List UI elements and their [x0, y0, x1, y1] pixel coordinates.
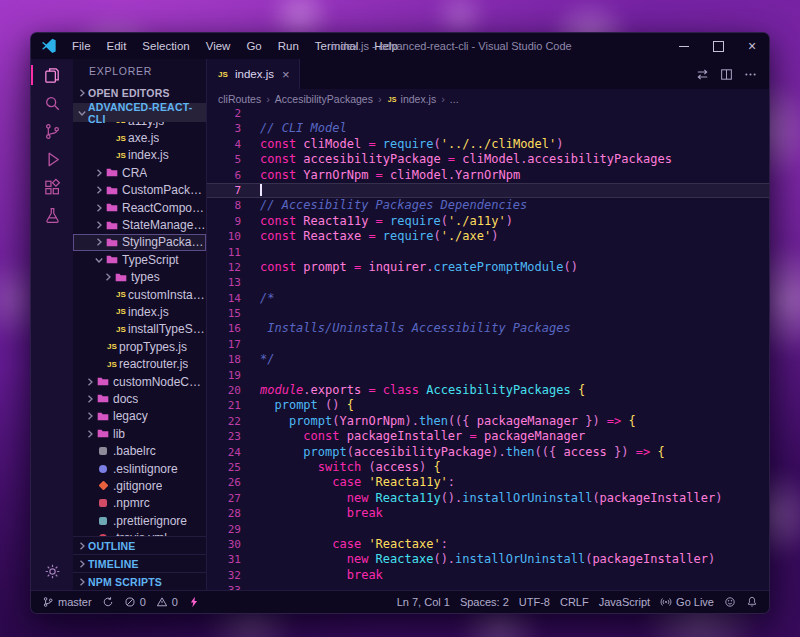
- code-line-14[interactable]: 14/*: [207, 291, 769, 306]
- code-line-20[interactable]: 20module.exports = class AccesibilityPac…: [207, 383, 769, 398]
- tree-file-reactrouter-js[interactable]: JSreactrouter.js: [73, 355, 206, 372]
- code-line-31[interactable]: 31 new Reactaxe().installOrUninstall(pac…: [207, 552, 769, 567]
- code-line-2[interactable]: 2: [207, 109, 769, 121]
- tree-file-custominstall-js[interactable]: JScustomInstall.js: [73, 286, 206, 303]
- activity-extensions[interactable]: [31, 173, 73, 201]
- activity-source-control[interactable]: [31, 117, 73, 145]
- tree-file-travis-yml[interactable]: .travis.yml: [73, 529, 206, 536]
- code-line-10[interactable]: 10const Reactaxe = require('./axe'): [207, 229, 769, 244]
- status-cursor-position[interactable]: Ln 7, Col 1: [392, 591, 455, 613]
- status-live-indicator[interactable]: [183, 591, 205, 613]
- code-line-19[interactable]: 19: [207, 368, 769, 383]
- editor-action-swap[interactable]: [691, 63, 713, 85]
- code-line-17[interactable]: 17: [207, 337, 769, 352]
- code-line-13[interactable]: 13: [207, 275, 769, 290]
- code-line-30[interactable]: 30 case 'Reactaxe':: [207, 537, 769, 552]
- tree-folder-custompackagei[interactable]: CustomPackageI...: [73, 182, 206, 199]
- tree-folder-reactcomponent[interactable]: ReactComponent: [73, 199, 206, 216]
- breadcrumb-cliroutes[interactable]: cliRoutes: [218, 93, 261, 105]
- code-line-24[interactable]: 24 prompt(accesibilityPackage).then(({ a…: [207, 445, 769, 460]
- status-encoding[interactable]: UTF-8: [514, 591, 555, 613]
- tree-file-index-js[interactable]: JSindex.js: [73, 303, 206, 320]
- tree-folder-customnodecmd[interactable]: customNodeCMD: [73, 373, 206, 390]
- status-feedback[interactable]: [719, 591, 741, 613]
- menu-run[interactable]: Run: [270, 33, 307, 59]
- status-errors[interactable]: 0: [119, 591, 151, 613]
- tree-folder-docs[interactable]: docs: [73, 390, 206, 407]
- activity-search[interactable]: [31, 89, 73, 117]
- tab-index-js[interactable]: JS index.js ×: [207, 59, 300, 89]
- tree-folder-cra[interactable]: CRA: [73, 164, 206, 181]
- editor-action-split[interactable]: [715, 63, 737, 85]
- tree-file-gitignore[interactable]: .gitignore: [73, 477, 206, 494]
- menu-file[interactable]: File: [64, 33, 99, 59]
- code-line-5[interactable]: 5const accesibilityPackage = cliModel.ac…: [207, 152, 769, 167]
- tree-folder-lib[interactable]: lib: [73, 425, 206, 442]
- code-line-9[interactable]: 9const Reacta11y = require('./a11y'): [207, 214, 769, 229]
- editor[interactable]: 23// CLI Model4const cliModel = require(…: [207, 109, 769, 590]
- close-button[interactable]: ×: [735, 33, 769, 59]
- activity-explorer[interactable]: [31, 61, 73, 89]
- activity-run-and-debug[interactable]: [31, 145, 73, 173]
- tree-file-prettierignore[interactable]: .prettierignore: [73, 512, 206, 529]
- status-sync[interactable]: [97, 591, 119, 613]
- menu-go[interactable]: Go: [238, 33, 269, 59]
- code-line-25[interactable]: 25 switch (access) {: [207, 460, 769, 475]
- menu-selection[interactable]: Selection: [134, 33, 197, 59]
- code-line-23[interactable]: 23 const packageInstaller = packageManag…: [207, 429, 769, 444]
- tree-folder-legacy[interactable]: legacy: [73, 408, 206, 425]
- tree-file-a11y-js[interactable]: JSa11y.js: [73, 122, 206, 129]
- code-line-3[interactable]: 3// CLI Model: [207, 121, 769, 136]
- maximize-button[interactable]: [701, 33, 735, 59]
- activity-settings[interactable]: [31, 557, 73, 585]
- status-go-live[interactable]: Go Live: [655, 591, 719, 613]
- tree-file-index-js[interactable]: JSindex.js: [73, 147, 206, 164]
- status-language-mode[interactable]: JavaScript: [594, 591, 655, 613]
- code-line-21[interactable]: 21 prompt () {: [207, 398, 769, 413]
- tree-file-proptypes-js[interactable]: JSpropTypes.js: [73, 338, 206, 355]
- code-line-18[interactable]: 18*/: [207, 352, 769, 367]
- code-line-29[interactable]: 29: [207, 522, 769, 537]
- status-eol[interactable]: CRLF: [555, 591, 594, 613]
- breadcrumb-item[interactable]: ...: [450, 93, 459, 105]
- section-timeline[interactable]: TIMELINE: [73, 554, 206, 572]
- tree-file-axe-js[interactable]: JSaxe.js: [73, 129, 206, 146]
- code-line-26[interactable]: 26 case 'Reacta11y':: [207, 475, 769, 490]
- code-line-8[interactable]: 8// Accesibility Packages Dependencies: [207, 198, 769, 213]
- menu-view[interactable]: View: [198, 33, 239, 59]
- code-line-28[interactable]: 28 break: [207, 506, 769, 521]
- code-line-11[interactable]: 11: [207, 245, 769, 260]
- code-line-6[interactable]: 6const YarnOrNpm = cliModel.YarnOrNpm: [207, 168, 769, 183]
- code-line-33[interactable]: 33: [207, 583, 769, 590]
- tree-folder-stylingpackages[interactable]: StylingPackages: [73, 234, 206, 251]
- editor-action-more[interactable]: [739, 63, 761, 85]
- project-root-header[interactable]: ADVANCED-REACT-CLI: [73, 103, 206, 122]
- code-line-15[interactable]: 15: [207, 306, 769, 321]
- section-outline[interactable]: OUTLINE: [73, 536, 206, 554]
- tree-folder-types[interactable]: types: [73, 269, 206, 286]
- code-line-16[interactable]: 16 Installs/Uninstalls Accessibility Pac…: [207, 321, 769, 336]
- breadcrumb-index-js[interactable]: JSindex.js: [387, 93, 437, 105]
- code-line-12[interactable]: 12const prompt = inquirer.createPromptMo…: [207, 260, 769, 275]
- breadcrumb-accesibilitypackages[interactable]: AccesibilityPackages: [275, 93, 373, 105]
- status-indentation[interactable]: Spaces: 2: [455, 591, 514, 613]
- activity-testing[interactable]: [31, 201, 73, 229]
- code-line-4[interactable]: 4const cliModel = require('../../cliMode…: [207, 137, 769, 152]
- status-git-branch[interactable]: master: [37, 591, 97, 613]
- status-warnings[interactable]: 0: [151, 591, 183, 613]
- section-npm-scripts[interactable]: NPM SCRIPTS: [73, 572, 206, 590]
- tree-folder-statemanagement[interactable]: StateManagement: [73, 216, 206, 233]
- menu-edit[interactable]: Edit: [99, 33, 135, 59]
- tree-file-npmrc[interactable]: .npmrc: [73, 495, 206, 512]
- tree-file-babelrc[interactable]: .babelrc: [73, 442, 206, 459]
- code-line-22[interactable]: 22 prompt(YarnOrNpm).then(({ packageMana…: [207, 414, 769, 429]
- tree-file-eslintignore[interactable]: .eslintignore: [73, 460, 206, 477]
- code-line-32[interactable]: 32 break: [207, 568, 769, 583]
- code-line-27[interactable]: 27 new Reacta11y().installOrUninstall(pa…: [207, 491, 769, 506]
- status-notifications[interactable]: [741, 591, 763, 613]
- close-tab-icon[interactable]: ×: [282, 67, 290, 82]
- tree-folder-typescript[interactable]: TypeScript: [73, 251, 206, 268]
- minimize-button[interactable]: [667, 33, 701, 59]
- tree-file-installtypescrip[interactable]: JSinstallTypeScrip...: [73, 321, 206, 338]
- code-line-7[interactable]: 7: [207, 183, 769, 198]
